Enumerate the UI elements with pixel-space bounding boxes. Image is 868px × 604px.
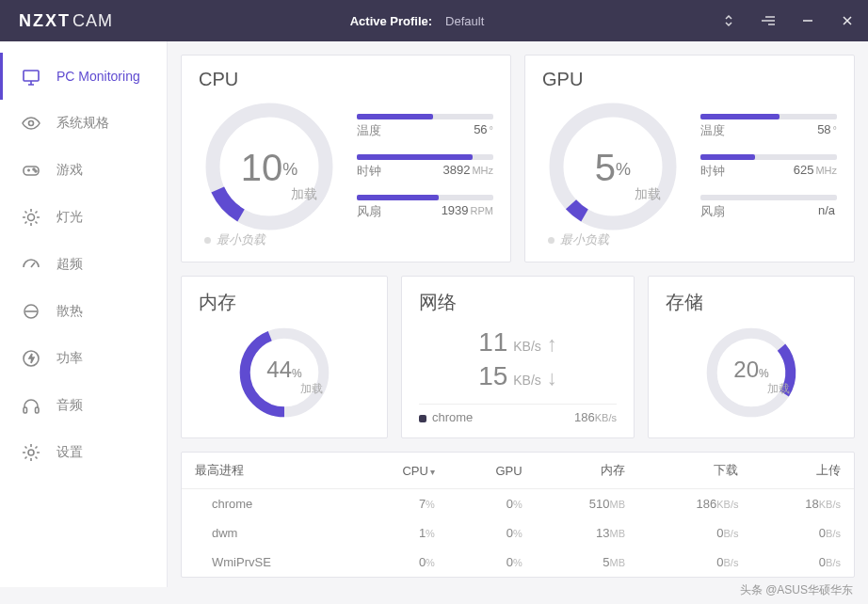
svg-point-4 xyxy=(35,170,37,172)
stat-row: 风扇1939RPM xyxy=(357,195,493,220)
network-card[interactable]: 网络 11KB/s ↑ 15KB/s ↓ chrome 186KB/s xyxy=(401,276,635,438)
storage-card[interactable]: 存储 20% 加载 xyxy=(648,276,855,438)
gear-icon xyxy=(21,442,41,463)
svg-point-1 xyxy=(29,121,34,126)
sidebar-item-specs[interactable]: 系统规格 xyxy=(0,100,167,147)
active-profile-label: Active Profile: xyxy=(350,14,432,28)
col-download[interactable]: 下载 xyxy=(638,453,751,489)
sidebar-item-cooling[interactable]: 散热 xyxy=(0,288,167,335)
table-header-row: 最高进程 CPU▾ GPU 内存 下载 上传 xyxy=(182,453,854,489)
sidebar-item-overclock[interactable]: 超频 xyxy=(0,241,167,288)
profile-updown-icon[interactable] xyxy=(721,13,736,28)
up-arrow-icon: ↑ xyxy=(547,332,557,357)
titlebar-center: Active Profile: Default xyxy=(113,14,721,28)
active-profile-value[interactable]: Default xyxy=(445,14,484,28)
gauge-icon xyxy=(21,254,41,275)
sidebar-item-games[interactable]: 游戏 xyxy=(0,147,167,194)
process-table-card: 最高进程 CPU▾ GPU 内存 下载 上传 chrome 7% 0% 510M… xyxy=(181,452,855,578)
titlebar-controls xyxy=(721,13,855,28)
cpu-gauge: 10% 加载 xyxy=(199,96,340,237)
headphones-icon xyxy=(21,395,41,416)
sidebar-item-label: 散热 xyxy=(56,303,83,320)
storage-title: 存储 xyxy=(666,290,837,315)
sidebar-item-label: 功率 xyxy=(56,350,83,367)
table-row[interactable]: WmiPrvSE 0% 0% 5MB 0B/s 0B/s xyxy=(182,548,854,577)
col-upload[interactable]: 上传 xyxy=(751,453,854,489)
sidebar: PC Monitoring系统规格游戏灯光超频散热功率音频设置 xyxy=(0,41,168,587)
memory-card[interactable]: 内存 44% 加载 xyxy=(181,276,388,438)
stat-row: 温度58° xyxy=(700,114,837,139)
memory-gauge: 44% 加载 xyxy=(233,321,336,424)
network-top-process: chrome 186KB/s xyxy=(419,404,617,424)
down-arrow-icon: ↓ xyxy=(547,366,557,390)
sidebar-item-label: 游戏 xyxy=(56,162,83,179)
col-name[interactable]: 最高进程 xyxy=(182,453,351,489)
titlebar: NZXTCAM Active Profile: Default xyxy=(0,0,868,41)
stat-row: 风扇n/a xyxy=(700,195,837,220)
sidebar-item-pc-monitoring[interactable]: PC Monitoring xyxy=(0,53,167,100)
network-upload: 11KB/s ↑ xyxy=(478,327,557,358)
gamepad-icon xyxy=(21,160,41,181)
menu-icon[interactable] xyxy=(761,13,776,28)
minimize-button[interactable] xyxy=(800,13,815,28)
process-table: 最高进程 CPU▾ GPU 内存 下载 上传 chrome 7% 0% 510M… xyxy=(182,453,854,577)
close-button[interactable] xyxy=(840,13,855,28)
svg-rect-0 xyxy=(24,71,39,81)
table-row[interactable]: dwm 1% 0% 13MB 0B/s 0B/s xyxy=(182,518,854,548)
sidebar-item-lighting[interactable]: 灯光 xyxy=(0,194,167,241)
storage-gauge: 20% 加载 xyxy=(699,321,803,424)
col-cpu[interactable]: CPU▾ xyxy=(351,453,448,489)
table-row[interactable]: chrome 7% 0% 510MB 186KB/s 18KB/s xyxy=(182,489,854,519)
col-gpu[interactable]: GPU xyxy=(448,453,536,489)
stat-row: 时钟3892MHz xyxy=(357,154,493,180)
network-title: 网络 xyxy=(419,290,617,315)
sun-icon xyxy=(21,207,41,228)
cpu-card[interactable]: CPU 10% 加载 温度56° 时钟3892MHz 风扇1939RPM 最小负… xyxy=(181,55,511,262)
sidebar-item-label: 灯光 xyxy=(56,209,83,226)
memory-title: 内存 xyxy=(199,290,370,315)
stat-row: 时钟625MHz xyxy=(700,154,837,180)
sidebar-item-label: 系统规格 xyxy=(56,115,109,132)
network-download: 15KB/s ↓ xyxy=(478,361,557,391)
logo-text: NZXTCAM xyxy=(19,11,113,31)
bolt-icon xyxy=(21,348,41,369)
svg-point-5 xyxy=(28,215,35,221)
sort-desc-icon: ▾ xyxy=(430,467,435,477)
sidebar-item-label: 超频 xyxy=(56,256,83,273)
sidebar-item-settings[interactable]: 设置 xyxy=(0,429,167,476)
stat-row: 温度56° xyxy=(357,114,493,139)
sidebar-item-label: PC Monitoring xyxy=(56,69,140,84)
gpu-card[interactable]: GPU 5% 加载 温度58° 时钟625MHz 风扇n/a 最小负载 xyxy=(524,55,855,262)
sidebar-item-power[interactable]: 功率 xyxy=(0,335,167,382)
svg-point-3 xyxy=(33,168,35,170)
sidebar-item-audio[interactable]: 音频 xyxy=(0,382,167,429)
col-mem[interactable]: 内存 xyxy=(536,453,638,489)
droplet-icon xyxy=(21,301,41,322)
sidebar-item-label: 设置 xyxy=(56,444,83,461)
eye-icon xyxy=(21,113,41,134)
gpu-title: GPU xyxy=(542,69,837,90)
sidebar-item-label: 音频 xyxy=(56,397,83,414)
gpu-gauge: 5% 加载 xyxy=(542,96,683,237)
cpu-title: CPU xyxy=(199,69,493,90)
monitor-icon xyxy=(21,66,41,87)
svg-point-10 xyxy=(28,450,34,455)
